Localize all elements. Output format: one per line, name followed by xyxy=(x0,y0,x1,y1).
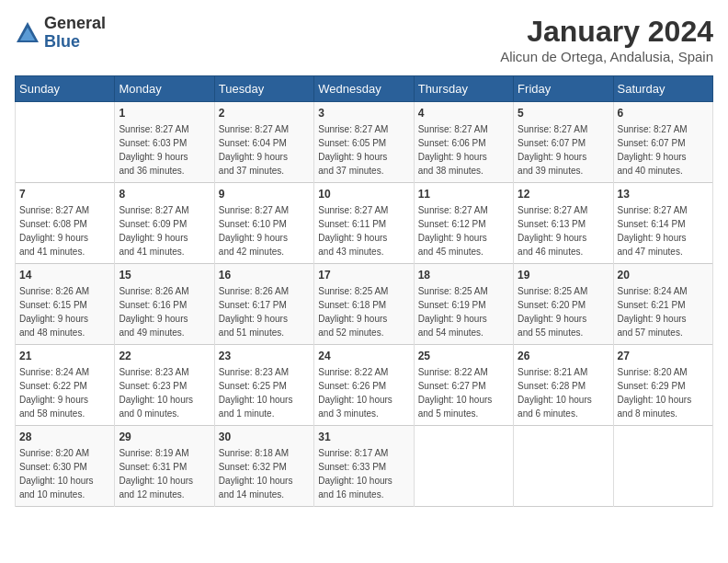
calendar-cell: 14Sunrise: 8:26 AMSunset: 6:15 PMDayligh… xyxy=(16,264,115,345)
day-number: 9 xyxy=(219,188,310,201)
calendar-header: Sunday Monday Tuesday Wednesday Thursday… xyxy=(16,76,713,102)
header-wednesday: Wednesday xyxy=(314,76,414,102)
day-info: Sunrise: 8:23 AMSunset: 6:25 PMDaylight:… xyxy=(219,365,310,420)
day-number: 15 xyxy=(119,269,210,282)
logo: General Blue xyxy=(15,15,106,52)
calendar-cell xyxy=(414,426,513,507)
calendar-cell: 13Sunrise: 8:27 AMSunset: 6:14 PMDayligh… xyxy=(613,183,712,264)
calendar-cell: 20Sunrise: 8:24 AMSunset: 6:21 PMDayligh… xyxy=(613,264,712,345)
calendar-cell: 7Sunrise: 8:27 AMSunset: 6:08 PMDaylight… xyxy=(16,183,115,264)
day-number: 1 xyxy=(119,107,210,120)
day-number: 13 xyxy=(618,188,709,201)
calendar-cell: 12Sunrise: 8:27 AMSunset: 6:13 PMDayligh… xyxy=(514,183,613,264)
calendar-cell: 27Sunrise: 8:20 AMSunset: 6:29 PMDayligh… xyxy=(613,345,712,426)
header-monday: Monday xyxy=(115,76,214,102)
day-info: Sunrise: 8:25 AMSunset: 6:19 PMDaylight:… xyxy=(418,284,509,339)
calendar-cell: 21Sunrise: 8:24 AMSunset: 6:22 PMDayligh… xyxy=(16,345,115,426)
day-info: Sunrise: 8:25 AMSunset: 6:18 PMDaylight:… xyxy=(318,284,409,339)
day-number: 25 xyxy=(418,350,509,362)
calendar-cell: 1Sunrise: 8:27 AMSunset: 6:03 PMDaylight… xyxy=(115,102,214,183)
header-tuesday: Tuesday xyxy=(214,76,313,102)
week-row-3: 14Sunrise: 8:26 AMSunset: 6:15 PMDayligh… xyxy=(16,264,713,345)
day-number: 2 xyxy=(219,107,310,120)
calendar-cell: 3Sunrise: 8:27 AMSunset: 6:05 PMDaylight… xyxy=(314,102,414,183)
day-number: 5 xyxy=(518,107,609,120)
calendar-cell: 2Sunrise: 8:27 AMSunset: 6:04 PMDaylight… xyxy=(214,102,313,183)
day-info: Sunrise: 8:24 AMSunset: 6:21 PMDaylight:… xyxy=(618,284,709,339)
day-number: 16 xyxy=(219,269,310,282)
day-number: 11 xyxy=(418,188,509,201)
day-number: 3 xyxy=(318,107,409,120)
day-number: 6 xyxy=(618,107,709,120)
day-number: 14 xyxy=(19,269,110,282)
calendar-cell: 5Sunrise: 8:27 AMSunset: 6:07 PMDaylight… xyxy=(514,102,613,183)
day-number: 19 xyxy=(518,269,609,282)
calendar-cell: 4Sunrise: 8:27 AMSunset: 6:06 PMDaylight… xyxy=(414,102,513,183)
day-info: Sunrise: 8:20 AMSunset: 6:30 PMDaylight:… xyxy=(19,446,110,501)
day-number: 30 xyxy=(219,431,310,443)
day-info: Sunrise: 8:25 AMSunset: 6:20 PMDaylight:… xyxy=(518,284,609,339)
location-subtitle: Alicun de Ortega, Andalusia, Spain xyxy=(500,49,713,64)
calendar-cell xyxy=(514,426,613,507)
calendar-cell: 19Sunrise: 8:25 AMSunset: 6:20 PMDayligh… xyxy=(514,264,613,345)
day-number: 24 xyxy=(318,350,409,362)
calendar-cell: 10Sunrise: 8:27 AMSunset: 6:11 PMDayligh… xyxy=(314,183,414,264)
day-number: 8 xyxy=(119,188,210,201)
logo-general: General xyxy=(44,15,106,33)
day-info: Sunrise: 8:23 AMSunset: 6:23 PMDaylight:… xyxy=(119,365,210,420)
day-info: Sunrise: 8:26 AMSunset: 6:17 PMDaylight:… xyxy=(219,284,310,339)
day-info: Sunrise: 8:19 AMSunset: 6:31 PMDaylight:… xyxy=(119,446,210,501)
day-number: 23 xyxy=(219,350,310,362)
day-info: Sunrise: 8:27 AMSunset: 6:14 PMDaylight:… xyxy=(618,203,709,259)
page-header: General Blue January 2024 Alicun de Orte… xyxy=(15,15,713,64)
day-number: 7 xyxy=(19,188,110,201)
day-info: Sunrise: 8:27 AMSunset: 6:08 PMDaylight:… xyxy=(19,203,110,259)
header-sunday: Sunday xyxy=(16,76,115,102)
day-number: 17 xyxy=(318,269,409,282)
calendar-cell: 25Sunrise: 8:22 AMSunset: 6:27 PMDayligh… xyxy=(414,345,513,426)
week-row-2: 7Sunrise: 8:27 AMSunset: 6:08 PMDaylight… xyxy=(16,183,713,264)
calendar-cell: 17Sunrise: 8:25 AMSunset: 6:18 PMDayligh… xyxy=(314,264,414,345)
calendar-cell: 24Sunrise: 8:22 AMSunset: 6:26 PMDayligh… xyxy=(314,345,414,426)
calendar-table: Sunday Monday Tuesday Wednesday Thursday… xyxy=(15,75,713,507)
calendar-cell: 29Sunrise: 8:19 AMSunset: 6:31 PMDayligh… xyxy=(115,426,214,507)
header-row: Sunday Monday Tuesday Wednesday Thursday… xyxy=(16,76,713,102)
calendar-cell: 26Sunrise: 8:21 AMSunset: 6:28 PMDayligh… xyxy=(514,345,613,426)
calendar-cell: 31Sunrise: 8:17 AMSunset: 6:33 PMDayligh… xyxy=(314,426,414,507)
logo-text: General Blue xyxy=(44,15,106,52)
week-row-4: 21Sunrise: 8:24 AMSunset: 6:22 PMDayligh… xyxy=(16,345,713,426)
logo-icon xyxy=(15,20,40,46)
week-row-1: 1Sunrise: 8:27 AMSunset: 6:03 PMDaylight… xyxy=(16,102,713,183)
day-info: Sunrise: 8:27 AMSunset: 6:07 PMDaylight:… xyxy=(618,122,709,178)
day-info: Sunrise: 8:27 AMSunset: 6:04 PMDaylight:… xyxy=(219,122,310,178)
calendar-cell: 22Sunrise: 8:23 AMSunset: 6:23 PMDayligh… xyxy=(115,345,214,426)
day-number: 26 xyxy=(518,350,609,362)
day-number: 27 xyxy=(618,350,709,362)
day-number: 4 xyxy=(418,107,509,120)
calendar-cell: 23Sunrise: 8:23 AMSunset: 6:25 PMDayligh… xyxy=(214,345,313,426)
calendar-body: 1Sunrise: 8:27 AMSunset: 6:03 PMDaylight… xyxy=(16,102,713,507)
day-info: Sunrise: 8:26 AMSunset: 6:16 PMDaylight:… xyxy=(119,284,210,339)
day-number: 22 xyxy=(119,350,210,362)
day-info: Sunrise: 8:27 AMSunset: 6:07 PMDaylight:… xyxy=(518,122,609,178)
day-info: Sunrise: 8:24 AMSunset: 6:22 PMDaylight:… xyxy=(19,365,110,420)
month-year-title: January 2024 xyxy=(500,15,713,49)
calendar-cell: 15Sunrise: 8:26 AMSunset: 6:16 PMDayligh… xyxy=(115,264,214,345)
calendar-cell: 8Sunrise: 8:27 AMSunset: 6:09 PMDaylight… xyxy=(115,183,214,264)
day-info: Sunrise: 8:20 AMSunset: 6:29 PMDaylight:… xyxy=(618,365,709,420)
day-number: 31 xyxy=(318,431,409,443)
day-number: 10 xyxy=(318,188,409,201)
day-number: 12 xyxy=(518,188,609,201)
day-number: 28 xyxy=(19,431,110,443)
day-number: 21 xyxy=(19,350,110,362)
header-saturday: Saturday xyxy=(613,76,712,102)
day-info: Sunrise: 8:22 AMSunset: 6:27 PMDaylight:… xyxy=(418,365,509,420)
day-info: Sunrise: 8:21 AMSunset: 6:28 PMDaylight:… xyxy=(518,365,609,420)
calendar-cell: 6Sunrise: 8:27 AMSunset: 6:07 PMDaylight… xyxy=(613,102,712,183)
day-info: Sunrise: 8:27 AMSunset: 6:05 PMDaylight:… xyxy=(318,122,409,178)
day-info: Sunrise: 8:27 AMSunset: 6:09 PMDaylight:… xyxy=(119,203,210,259)
day-info: Sunrise: 8:17 AMSunset: 6:33 PMDaylight:… xyxy=(318,446,409,501)
day-info: Sunrise: 8:26 AMSunset: 6:15 PMDaylight:… xyxy=(19,284,110,339)
calendar-cell xyxy=(16,102,115,183)
day-info: Sunrise: 8:27 AMSunset: 6:06 PMDaylight:… xyxy=(418,122,509,178)
